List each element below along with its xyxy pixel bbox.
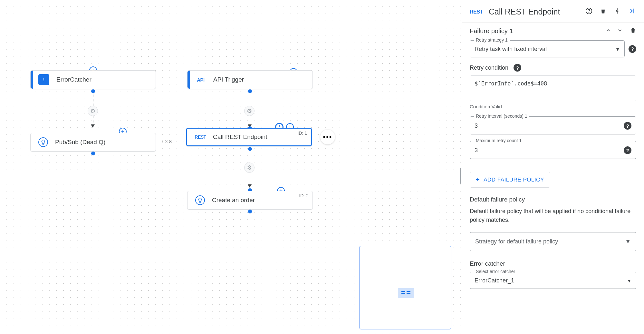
max-retry-input[interactable]: Maximum retry count 1 3 ?: [470, 141, 636, 159]
field-value: 3: [475, 123, 624, 129]
field-value: 3: [475, 147, 624, 154]
add-failure-policy-button[interactable]: + ADD FAILURE POLICY: [470, 172, 550, 188]
panel-header: REST Call REST Endpoint: [462, 0, 644, 23]
plus-icon: +: [476, 176, 480, 183]
default-policy-heading: Default failure policy: [470, 196, 636, 203]
side-panel: REST Call REST Endpoint Failure policy 1: [462, 0, 644, 334]
node-label: ErrorCatcher: [56, 76, 91, 83]
panel-body: Failure policy 1 Retry strategy 1 Retry …: [462, 23, 644, 300]
connector-line: [250, 173, 250, 184]
node-label: Call REST Endpoint: [213, 133, 267, 141]
node-pubsub[interactable]: Pub/Sub (Dead Q) ID: 3: [30, 133, 156, 152]
help-icon[interactable]: ?: [624, 146, 631, 154]
section-title: Failure policy 1: [470, 27, 600, 35]
connector-dot: [248, 210, 252, 213]
default-policy-desc: Default failure policy that will be appl…: [470, 207, 636, 224]
dropdown-icon: ▼: [625, 238, 631, 245]
connector-line: [250, 93, 250, 106]
help-icon[interactable]: ?: [624, 122, 631, 130]
dropdown-icon: ▼: [627, 278, 631, 283]
resize-handle[interactable]: [460, 168, 461, 184]
error-icon: !: [38, 74, 49, 85]
help-icon[interactable]: [584, 7, 594, 16]
minimap-icon: [398, 288, 414, 298]
node-label: Create an order: [212, 197, 255, 204]
minimap[interactable]: [359, 246, 451, 329]
retry-condition-label: Retry condition ?: [470, 64, 636, 72]
retry-strategy-select[interactable]: Retry strategy 1 Retry task with fixed i…: [470, 40, 625, 57]
lightbulb-icon: [195, 195, 205, 205]
help-icon[interactable]: ?: [629, 45, 636, 53]
connector-line: [93, 93, 93, 106]
node-id: ID: 3: [162, 139, 172, 144]
retry-interval-input[interactable]: Retry interval (seconds) 1 3 ?: [470, 116, 636, 134]
field-value: Retry task with fixed interval: [475, 46, 615, 53]
node-label: API Trigger: [213, 76, 244, 83]
default-strategy-select[interactable]: Strategy for default failure policy ▼: [470, 232, 636, 251]
rest-badge: REST: [470, 9, 483, 15]
field-label: Maximum retry count 1: [474, 138, 524, 143]
collapse-icon[interactable]: [627, 7, 636, 16]
pin-icon[interactable]: [612, 8, 622, 16]
rest-icon: REST: [195, 132, 206, 142]
field-label: Retry interval (seconds) 1: [474, 113, 529, 119]
edge-settings-icon[interactable]: ⚙: [244, 162, 255, 173]
svg-point-5: [589, 12, 589, 13]
connector-line: [93, 116, 93, 124]
delete-policy-icon[interactable]: [630, 27, 636, 35]
arrowhead-icon: [248, 184, 252, 188]
help-icon[interactable]: ?: [514, 64, 521, 72]
lightbulb-icon: [38, 137, 48, 147]
move-down-icon[interactable]: [617, 27, 623, 35]
node-createorder[interactable]: Create an order ID: 2: [187, 191, 313, 210]
failure-policy-header: Failure policy 1: [470, 27, 636, 35]
retry-condition-input[interactable]: $`ErrorInfo`.code$=408: [470, 75, 636, 101]
edge-settings-icon[interactable]: ⚙: [244, 106, 255, 116]
panel-title: Call REST Endpoint: [489, 7, 580, 16]
dropdown-icon: ▼: [615, 47, 620, 52]
node-callrest[interactable]: REST Call REST Endpoint ID: 1: [186, 128, 312, 146]
connector-line: [250, 150, 250, 162]
select-placeholder: Strategy for default failure policy: [475, 238, 625, 245]
node-label: Pub/Sub (Dead Q): [55, 139, 105, 146]
delete-icon[interactable]: [598, 8, 608, 16]
edge-settings-icon[interactable]: ⚙: [88, 106, 98, 116]
error-catcher-select[interactable]: Select error catcher ErrorCatcher_1 ▼: [470, 272, 636, 289]
move-up-icon[interactable]: [605, 27, 611, 35]
node-errorcatcher[interactable]: ! ErrorCatcher: [30, 70, 156, 89]
node-apitrigger[interactable]: API API Trigger: [187, 70, 313, 89]
connector-dot: [91, 152, 95, 155]
more-button[interactable]: •••: [320, 130, 335, 144]
node-id: ID: 1: [297, 131, 307, 136]
arrowhead-icon: [91, 124, 95, 128]
field-value: ErrorCatcher_1: [475, 277, 627, 284]
field-label: Select error catcher: [474, 269, 517, 274]
connector-line: [250, 116, 250, 124]
error-catcher-heading: Error catcher: [470, 260, 636, 267]
condition-hint: Condition Valid: [470, 104, 636, 109]
api-icon: API: [195, 74, 206, 85]
node-id: ID: 2: [299, 193, 309, 198]
flow-canvas[interactable]: + ! ErrorCatcher ⚙ + Pub/Sub (Dead Q) ID…: [0, 0, 461, 334]
field-label: Retry strategy 1: [474, 37, 510, 43]
